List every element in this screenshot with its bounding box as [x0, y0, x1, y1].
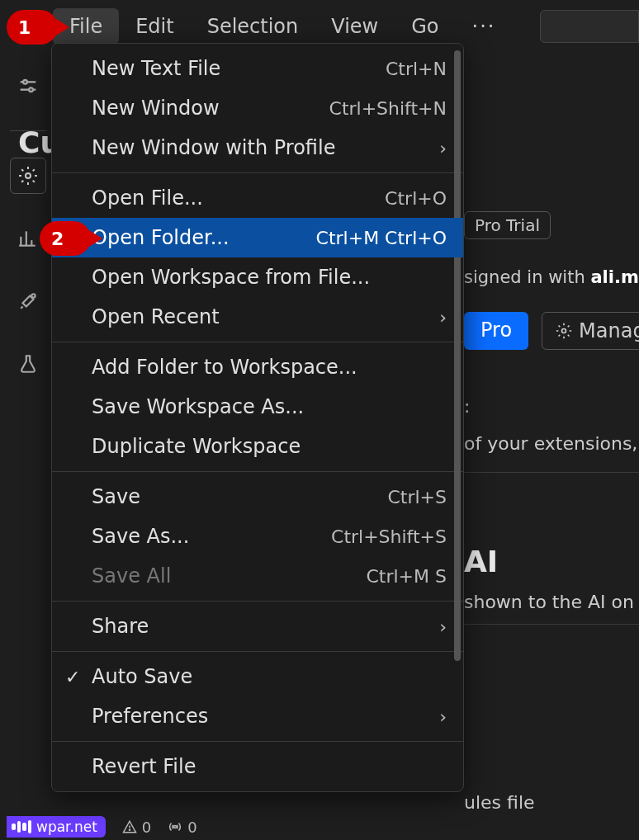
- gear-icon: [556, 323, 572, 339]
- pro-trial-badge: Pro Trial: [464, 211, 551, 239]
- menu-open-file[interactable]: Open File... Ctrl+O: [52, 178, 463, 218]
- menu-new-window[interactable]: New Window Ctrl+Shift+N: [52, 88, 463, 128]
- svg-point-13: [174, 826, 177, 828]
- menu-save-all: Save All Ctrl+M S: [52, 556, 463, 596]
- menu-add-folder-workspace[interactable]: Add Folder to Workspace...: [52, 347, 463, 387]
- menu-separator: [52, 601, 463, 602]
- menu-save-workspace-as[interactable]: Save Workspace As...: [52, 387, 463, 427]
- menu-open-folder[interactable]: Open Folder... Ctrl+M Ctrl+O: [52, 218, 463, 257]
- settings-sidebar: [0, 53, 56, 382]
- chevron-right-icon: ›: [439, 307, 447, 328]
- status-problems[interactable]: 0: [122, 819, 151, 836]
- wpar-badge[interactable]: wpar.net: [7, 816, 106, 838]
- svg-point-4: [26, 173, 31, 178]
- menu-revert-file[interactable]: Revert File: [52, 747, 463, 786]
- menu-open-workspace-file[interactable]: Open Workspace from File...: [52, 257, 463, 297]
- warning-icon: [122, 819, 137, 834]
- ai-heading-partial: AI: [464, 545, 639, 578]
- signed-in-text: signed in with ali.mls.1: [464, 267, 639, 287]
- menu-separator: [52, 342, 463, 342]
- chevron-right-icon: ›: [439, 138, 447, 158]
- menu-new-window-profile[interactable]: New Window with Profile ›: [52, 128, 463, 168]
- wpar-icon: [12, 819, 31, 834]
- menu-separator: [52, 741, 463, 742]
- menu-preferences[interactable]: Preferences ›: [52, 696, 463, 736]
- file-menu-dropdown: New Text File Ctrl+N New Window Ctrl+Shi…: [51, 43, 464, 792]
- menu-open-recent[interactable]: Open Recent ›: [52, 297, 463, 337]
- svg-point-1: [23, 80, 27, 84]
- section-divider: [464, 472, 639, 473]
- ext-line-1: :: [464, 396, 639, 417]
- status-ports[interactable]: 0: [168, 819, 196, 836]
- svg-point-9: [31, 294, 35, 297]
- callout-marker-1: 1: [7, 10, 58, 45]
- check-icon: ✓: [65, 667, 80, 687]
- menu-separator: [52, 471, 463, 472]
- rules-file-text-partial: ules file: [464, 792, 639, 813]
- status-bar: wpar.net 0 0: [0, 814, 639, 840]
- section-divider: [464, 624, 639, 625]
- ext-line-2: of your extensions, setti: [464, 433, 639, 454]
- svg-point-12: [129, 829, 130, 830]
- callout-marker-2: 2: [40, 221, 91, 256]
- svg-point-10: [562, 329, 566, 333]
- menu-selection[interactable]: Selection: [191, 8, 315, 45]
- command-center-search[interactable]: [540, 10, 639, 43]
- menu-save[interactable]: Save Ctrl+S: [52, 477, 463, 517]
- right-panel-partial: Pro Trial signed in with ali.mls.1 Pro M…: [464, 211, 639, 813]
- menu-share[interactable]: Share ›: [52, 606, 463, 646]
- ai-subtext-partial: shown to the AI on all: [464, 592, 639, 612]
- chevron-right-icon: ›: [439, 616, 447, 637]
- menu-separator: [52, 172, 463, 173]
- menu-overflow[interactable]: ···: [456, 8, 513, 45]
- menu-save-as[interactable]: Save As... Ctrl+Shift+S: [52, 517, 463, 556]
- manage-button[interactable]: Manage: [542, 312, 639, 350]
- svg-point-3: [29, 87, 33, 92]
- menu-edit[interactable]: Edit: [119, 8, 190, 45]
- menu-separator: [52, 651, 463, 652]
- gear-icon[interactable]: [10, 158, 46, 194]
- pro-button[interactable]: Pro: [464, 312, 528, 350]
- menu-view[interactable]: View: [315, 8, 395, 45]
- menu-auto-save[interactable]: ✓ Auto Save: [52, 657, 463, 696]
- tools-icon[interactable]: [10, 283, 46, 319]
- chevron-right-icon: ›: [439, 706, 447, 727]
- menu-go[interactable]: Go: [395, 8, 455, 45]
- settings-sliders-icon[interactable]: [10, 68, 46, 104]
- flask-icon[interactable]: [10, 346, 46, 382]
- menu-duplicate-workspace[interactable]: Duplicate Workspace: [52, 427, 463, 466]
- menu-new-text-file[interactable]: New Text File Ctrl+N: [52, 49, 463, 88]
- radio-tower-icon: [168, 819, 182, 834]
